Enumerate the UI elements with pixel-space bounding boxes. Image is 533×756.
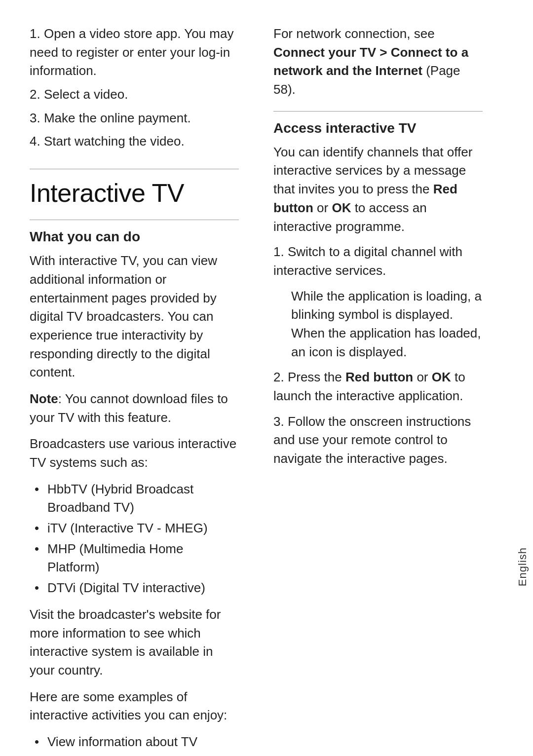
- visit-broadcaster-para: Visit the broadcaster's website for more…: [30, 605, 239, 680]
- ok-ref-2: OK: [432, 370, 451, 384]
- intro-section: 1. Open a video store app. You may need …: [30, 25, 239, 151]
- what-you-can-do-heading: What you can do: [30, 229, 239, 245]
- what-you-can-do-para1: With interactive TV, you can view additi…: [30, 252, 239, 382]
- list-item-view-info: View information about TV programmes: [30, 733, 239, 756]
- examples-para: Here are some examples of interactive ac…: [30, 688, 239, 725]
- intro-line-2: 2. Select a video.: [30, 85, 239, 104]
- list-item-itv: iTV (Interactive TV - MHEG): [30, 519, 239, 538]
- identify-channels-para: You can identify channels that offer int…: [273, 143, 483, 236]
- network-note-bold: Connect your TV > Connect to a network a…: [273, 45, 468, 78]
- divider-2: [30, 220, 239, 220]
- note-label: Note: [30, 391, 58, 406]
- intro-line-1: 1. Open a video store app. You may need …: [30, 25, 239, 80]
- note-colon: : You cannot download files to your TV w…: [30, 391, 228, 425]
- side-tab: English: [512, 0, 533, 756]
- right-column: For network connection, see Connect your…: [268, 25, 483, 756]
- access-interactive-tv-heading: Access interactive TV: [273, 120, 483, 136]
- divider-1: [30, 169, 239, 169]
- list-item-hbbtv: HbbTV (Hybrid Broadcast Broadband TV): [30, 480, 239, 517]
- intro-line-3: 3. Make the online payment.: [30, 109, 239, 128]
- page-title: Interactive TV: [30, 178, 239, 208]
- red-button-ref-1: Red button: [273, 182, 457, 215]
- left-column: 1. Open a video store app. You may need …: [30, 25, 244, 756]
- content-area: 1. Open a video store app. You may need …: [0, 0, 512, 756]
- note-text: Note: You cannot download files to your …: [30, 390, 239, 427]
- activities-list: View information about TV programmes Tak…: [30, 733, 239, 756]
- broadcasters-para: Broadcasters use various interactive TV …: [30, 435, 239, 472]
- interactive-systems-list: HbbTV (Hybrid Broadcast Broadband TV) iT…: [30, 480, 239, 598]
- step-3: 3. Follow the onscreen instructions and …: [273, 413, 483, 468]
- page-container: English 1. Open a video store app. You m…: [0, 0, 533, 756]
- list-item-dtvi: DTVi (Digital TV interactive): [30, 579, 239, 598]
- network-note: For network connection, see Connect your…: [273, 25, 483, 99]
- red-button-ref-2: Red button: [345, 370, 413, 384]
- step-1: 1. Switch to a digital channel with inte…: [273, 243, 483, 280]
- intro-line-4: 4. Start watching the video.: [30, 132, 239, 151]
- ok-ref-1: OK: [332, 200, 351, 215]
- step-1-continuation: While the application is loading, a blin…: [273, 287, 483, 362]
- side-tab-label: English: [516, 547, 529, 586]
- step-2: 2. Press the Red button or OK to launch …: [273, 368, 483, 405]
- list-item-mhp: MHP (Multimedia Home Platform): [30, 540, 239, 577]
- divider-right-1: [273, 111, 483, 112]
